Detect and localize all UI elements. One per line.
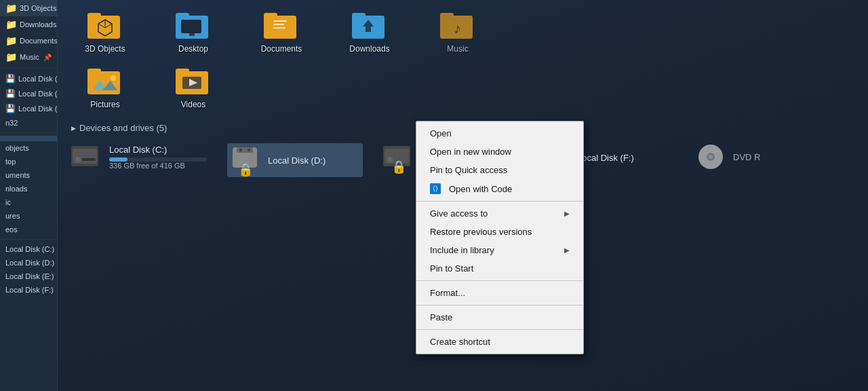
sidebar-separator-3 — [0, 239, 57, 240]
sidebar-item-ures[interactable]: ures — [0, 209, 57, 223]
ctx-item-open[interactable]: Open — [416, 124, 583, 143]
ctx-item-pin-start[interactable]: Pin to Start — [416, 259, 583, 278]
sidebar-item-locale[interactable]: Local Disk (E:) — [0, 269, 57, 283]
drive-item-d[interactable]: 🔒 Local Disk (D:) — [227, 143, 363, 177]
folder-documents-icon — [264, 10, 299, 40]
sidebar-item-uments[interactable]: uments — [0, 168, 57, 182]
disk-icon: 💾 — [5, 89, 16, 98]
sidebar-item-ic[interactable]: ic — [0, 196, 57, 209]
sidebar-item-disk-d[interactable]: 💾 Local Disk (D:) — [0, 86, 57, 101]
ctx-item-open-new-window[interactable]: Open in new window — [416, 143, 583, 161]
sidebar-item-locald[interactable]: Local Disk (D:) — [0, 256, 57, 269]
folder-label-desktop: Desktop — [178, 44, 208, 54]
folder-grid: 3D Objects Desktop Documents — [71, 7, 854, 57]
pin-icon: 📌 — [43, 54, 52, 61]
ctx-label-open-with-code: Open with Code — [449, 184, 570, 194]
svg-rect-9 — [189, 33, 195, 36]
svg-rect-36 — [239, 149, 242, 151]
folder-item-pictures[interactable]: Pictures — [71, 66, 139, 109]
devices-section-label: Devices and drives (5) — [79, 123, 167, 133]
svg-point-46 — [709, 155, 713, 159]
folder-item-downloads[interactable]: Downloads — [336, 10, 403, 54]
ctx-item-create-shortcut[interactable]: Create shortcut — [416, 333, 583, 351]
context-menu: Open Open in new window Pin to Quick acc… — [416, 121, 584, 354]
svg-text:♪: ♪ — [454, 20, 461, 37]
folder-icon: 📁 — [5, 3, 17, 14]
svg-point-32 — [75, 157, 81, 162]
drive-c-icon — [71, 143, 102, 170]
drive-dvd-name: DVD R — [733, 152, 831, 162]
ctx-item-include-library[interactable]: Include in library ▶ — [416, 241, 583, 259]
drive-f-info: Local Disk (F:) — [577, 153, 675, 163]
sidebar-item-top[interactable]: top — [0, 155, 57, 168]
drive-item-dvd[interactable]: DVD R — [695, 143, 831, 177]
ctx-separator-1 — [416, 201, 583, 202]
ctx-label-create-shortcut: Create shortcut — [430, 337, 570, 347]
folder-videos-icon — [176, 66, 211, 96]
svg-rect-35 — [237, 147, 253, 153]
sidebar-separator — [0, 68, 57, 69]
ctx-arrow-include-library: ▶ — [564, 246, 570, 254]
svg-rect-16 — [352, 13, 366, 20]
folder-grid-row2: Pictures Videos — [71, 62, 854, 113]
sidebar-item-localf[interactable]: Local Disk (F:) — [0, 283, 57, 297]
ctx-separator-2 — [416, 280, 583, 281]
sidebar-item-objects[interactable]: objects — [0, 141, 57, 155]
svg-rect-33 — [82, 158, 96, 161]
sidebar-item-nloads[interactable]: nloads — [0, 182, 57, 196]
svg-rect-8 — [181, 20, 201, 33]
sidebar-item-localc[interactable]: Local Disk (C:) — [0, 242, 57, 256]
ctx-item-restore-previous[interactable]: Restore previous versions — [416, 223, 583, 241]
folder-icon: 📁 — [5, 19, 17, 30]
lock-icon-e: 🔒 — [391, 161, 406, 173]
folder-desktop-icon — [176, 10, 211, 40]
sidebar-item-active[interactable] — [0, 136, 57, 141]
svg-rect-11 — [264, 13, 277, 20]
drive-dvd-info: DVD R — [733, 152, 831, 162]
ctx-item-format[interactable]: Format... — [416, 284, 583, 302]
ctx-item-open-with-code[interactable]: ⟨⟩ Open with Code — [416, 179, 583, 198]
sidebar-item-disk-e[interactable]: 💾 Local Disk (E:) — [0, 101, 57, 116]
ctx-label-pin-start: Pin to Start — [430, 263, 570, 274]
ctx-separator-3 — [416, 305, 583, 305]
ctx-item-give-access[interactable]: Give access to ▶ — [416, 204, 583, 223]
folder-item-music[interactable]: ♪ Music — [424, 10, 492, 54]
svg-rect-37 — [248, 149, 250, 151]
sidebar-separator-2 — [0, 132, 57, 133]
drive-f-name: Local Disk (F:) — [577, 153, 675, 163]
sidebar-item-music[interactable]: 📁 Music 📌 — [0, 49, 57, 65]
sidebar-item-documents[interactable]: 📁 Documents 📌 — [0, 33, 57, 49]
ctx-label-open-new-window: Open in new window — [430, 147, 570, 157]
ctx-separator-4 — [416, 329, 583, 330]
folder-pictures-icon — [87, 66, 123, 96]
sidebar-item-n32[interactable]: n32 — [0, 116, 57, 130]
folder-label-downloads: Downloads — [349, 44, 389, 54]
sidebar-item-downloads[interactable]: 📁 Downloads 📌 — [0, 16, 57, 33]
ctx-label-pin-quick-access: Pin to Quick access — [430, 165, 570, 175]
folder-icon: 📁 — [5, 52, 17, 62]
svg-rect-7 — [176, 13, 189, 20]
folder-item-documents[interactable]: Documents — [248, 10, 315, 54]
folder-music-icon: ♪ — [440, 10, 475, 40]
folder-item-videos[interactable]: Videos — [159, 66, 227, 109]
ctx-label-restore-previous: Restore previous versions — [430, 227, 570, 237]
folder-item-desktop[interactable]: Desktop — [159, 10, 227, 54]
drive-c-info: Local Disk (C:) 336 GB free of 416 GB — [109, 145, 207, 170]
folder-label-pictures: Pictures — [90, 100, 119, 109]
folder-label-3dobjects: 3D Objects — [85, 44, 125, 54]
ctx-label-give-access: Give access to — [430, 208, 559, 219]
ctx-label-include-library: Include in library — [430, 245, 559, 255]
ctx-item-pin-quick-access[interactable]: Pin to Quick access — [416, 161, 583, 179]
sidebar: 📁 3D Objects 📌 📁 Downloads 📌 📁 Documents… — [0, 0, 58, 391]
sidebar-item-disk-c[interactable]: 💾 Local Disk (C:) — [0, 71, 57, 86]
folder-item-3dobjects[interactable]: 3D Objects — [71, 10, 139, 54]
sidebar-item-3dobjects[interactable]: 📁 3D Objects 📌 — [0, 0, 57, 16]
ctx-item-paste[interactable]: Paste — [416, 308, 583, 327]
svg-rect-13 — [273, 24, 284, 25]
drive-dvd-icon — [695, 143, 726, 170]
drive-c-space: 336 GB free of 416 GB — [109, 162, 207, 170]
ctx-label-open: Open — [430, 128, 570, 138]
drive-item-c[interactable]: Local Disk (C:) 336 GB free of 416 GB — [71, 143, 207, 177]
sidebar-item-eos[interactable]: eos — [0, 223, 57, 236]
svg-point-25 — [111, 75, 116, 81]
